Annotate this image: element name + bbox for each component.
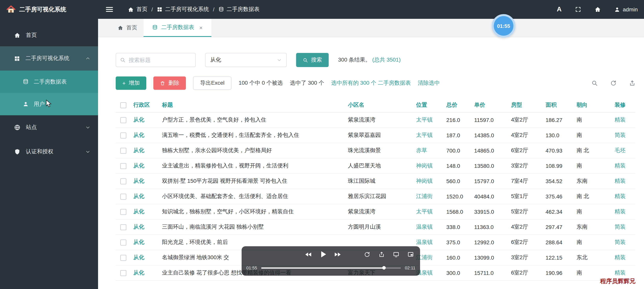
cell-location[interactable]: 太平镇 xyxy=(416,132,446,139)
search-button[interactable]: 搜索 xyxy=(296,53,329,67)
player-progress-bar[interactable] xyxy=(261,267,401,268)
cell-decoration[interactable]: 精装 xyxy=(614,162,635,170)
results-count: 300 条结果。 xyxy=(338,56,371,63)
cell-decoration[interactable]: 精装 xyxy=(614,193,635,200)
magnifier-icon[interactable] xyxy=(592,80,598,86)
rotate-icon[interactable] xyxy=(364,251,370,258)
row-checkbox-cell xyxy=(116,208,133,215)
refresh-icon[interactable] xyxy=(610,80,616,86)
hamburger-icon[interactable] xyxy=(106,6,113,13)
cell-location[interactable]: 江浦街 xyxy=(416,254,446,261)
row-checkbox[interactable] xyxy=(120,178,126,184)
delete-button[interactable]: 删除 xyxy=(153,76,186,90)
tab-house-table[interactable]: 二手房数据表 × xyxy=(144,19,212,37)
total-count-link[interactable]: (总共 3501) xyxy=(372,56,401,63)
column-header-9[interactable]: 装修 xyxy=(614,101,635,108)
share-icon[interactable] xyxy=(378,251,385,258)
cell-region[interactable]: 从化 xyxy=(133,239,162,246)
row-checkbox[interactable] xyxy=(120,163,126,169)
sidebar-group-system[interactable]: 二手房可视化系统 xyxy=(0,46,98,70)
font-size-icon[interactable]: A xyxy=(557,6,562,13)
row-checkbox[interactable] xyxy=(120,240,126,246)
row-checkbox[interactable] xyxy=(120,194,126,200)
cell-region[interactable]: 从化 xyxy=(133,178,162,185)
cell-decoration[interactable]: 毛坯 xyxy=(614,147,635,154)
export-excel-button[interactable]: 导出Excel xyxy=(193,76,232,90)
cell-location[interactable]: 温泉镇 xyxy=(416,224,446,230)
pip-icon[interactable] xyxy=(408,251,414,258)
region-select[interactable]: 从化 xyxy=(205,53,287,67)
sidebar-item-home[interactable]: 首页 xyxy=(0,24,98,46)
cell-area: 130.0 xyxy=(546,132,576,138)
sidebar-item-users[interactable]: 用户 xyxy=(0,93,98,115)
clear-selection-link[interactable]: 清除选中 xyxy=(418,80,440,87)
column-header-1[interactable]: 标题 xyxy=(162,101,348,108)
breadcrumb-home[interactable]: 首页 xyxy=(128,6,148,13)
column-header-0[interactable]: 行政区 xyxy=(133,101,162,108)
cell-location[interactable]: 温泉镇 xyxy=(416,239,446,246)
user-menu[interactable]: admin xyxy=(614,6,638,12)
row-checkbox[interactable] xyxy=(120,209,126,215)
cell-decoration[interactable]: 精装 xyxy=(614,254,635,261)
close-icon[interactable]: × xyxy=(199,24,203,31)
breadcrumb-label: 二手房可视化系统 xyxy=(165,6,209,13)
select-all-checkbox[interactable] xyxy=(120,102,126,108)
breadcrumb-table[interactable]: 二手房数据表 xyxy=(218,6,260,13)
column-header-3[interactable]: 位置 xyxy=(416,101,446,108)
forward-icon[interactable] xyxy=(334,250,342,258)
cell-location[interactable]: 江浦街 xyxy=(416,193,446,200)
cell-region[interactable]: 从化 xyxy=(133,208,162,215)
column-header-8[interactable]: 朝向 xyxy=(576,101,614,108)
cell-location[interactable]: 神岗镇 xyxy=(416,162,446,170)
column-header-2[interactable]: 小区名 xyxy=(348,101,416,108)
screen-recorder-badge[interactable]: 01:55 xyxy=(492,14,515,38)
column-header-7[interactable]: 面积 xyxy=(546,101,576,108)
row-checkbox[interactable] xyxy=(120,255,126,261)
cell-location[interactable]: 赤草 xyxy=(416,147,446,154)
row-checkbox[interactable] xyxy=(120,133,126,138)
tab-home[interactable]: 首页 xyxy=(112,19,144,37)
row-checkbox[interactable] xyxy=(120,224,126,230)
cell-decoration[interactable]: 简装 xyxy=(614,239,635,246)
row-checkbox[interactable] xyxy=(120,148,126,154)
cell-decoration[interactable]: 简装 xyxy=(614,132,635,139)
sidebar-item-auth[interactable]: 认证和授权 xyxy=(0,140,98,164)
cell-region[interactable]: 从化 xyxy=(133,162,162,170)
cell-decoration[interactable]: 简装 xyxy=(614,224,635,230)
play-icon[interactable] xyxy=(318,249,328,260)
cell-location[interactable]: 太平镇 xyxy=(416,116,446,124)
cell-region[interactable]: 从化 xyxy=(133,147,162,154)
home-shortcut-icon[interactable] xyxy=(594,6,601,12)
cell-decoration[interactable]: 精装 xyxy=(614,116,635,124)
select-all-link[interactable]: 选中所有的 300 个 二手房数据表 xyxy=(331,80,411,87)
cell-region[interactable]: 从化 xyxy=(133,132,162,139)
cell-region[interactable]: 从化 xyxy=(133,270,162,276)
cell-location[interactable]: 神岗镇 xyxy=(416,178,446,185)
sidebar-item-house-table[interactable]: 二手房数据表 xyxy=(0,70,98,93)
cell-region[interactable]: 从化 xyxy=(133,224,162,230)
cell-region[interactable]: 从化 xyxy=(133,116,162,124)
add-button[interactable]: + 增加 xyxy=(116,76,146,90)
rewind-icon[interactable] xyxy=(304,250,312,258)
sidebar-item-site[interactable]: 站点 xyxy=(0,115,98,140)
row-checkbox[interactable] xyxy=(120,270,126,276)
row-checkbox[interactable] xyxy=(120,118,126,123)
cell-region[interactable]: 从化 xyxy=(133,254,162,261)
display-icon[interactable] xyxy=(393,251,399,258)
fullscreen-icon[interactable] xyxy=(575,6,581,12)
column-header-6[interactable]: 房型 xyxy=(511,101,546,108)
cell-decoration[interactable]: 精装 xyxy=(614,208,635,215)
column-header-5[interactable]: 单价 xyxy=(474,101,511,108)
breadcrumb-system[interactable]: 二手房可视化系统 xyxy=(157,6,209,13)
cell-location[interactable]: 温泉镇 xyxy=(416,270,446,276)
column-header-4[interactable]: 总价 xyxy=(446,101,474,108)
transport-controls xyxy=(304,249,342,260)
cell-location[interactable]: 太平镇 xyxy=(416,208,446,215)
search-input[interactable] xyxy=(129,57,192,63)
chevron-down-icon xyxy=(86,150,90,154)
cell-decoration[interactable]: 精装 xyxy=(614,178,635,185)
cell-decoration[interactable]: 精装 xyxy=(614,270,635,276)
cell-region[interactable]: 从化 xyxy=(133,193,162,200)
player-progress-handle[interactable] xyxy=(382,266,386,270)
export-icon[interactable] xyxy=(629,80,635,86)
